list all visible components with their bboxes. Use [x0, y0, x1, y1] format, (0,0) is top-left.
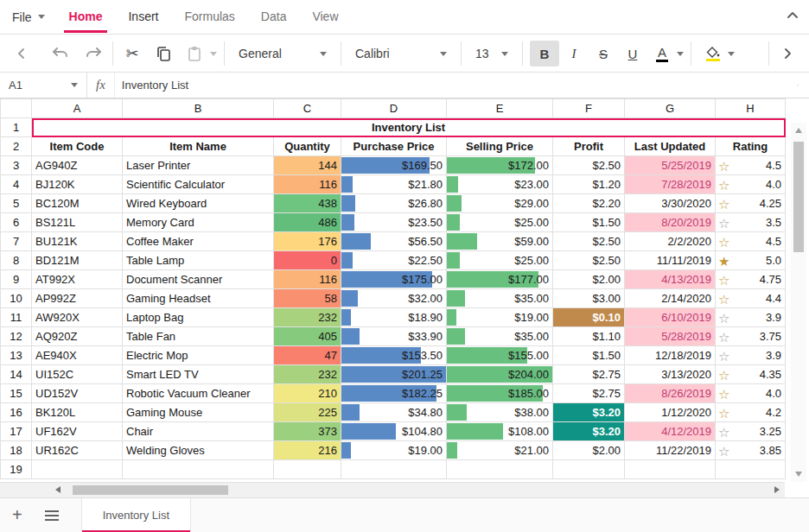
cell-selling-price[interactable]: $23.00	[447, 175, 553, 194]
select-all-corner[interactable]	[1, 99, 32, 118]
cell-profit[interactable]: $1.50	[553, 213, 625, 232]
cell-item-name[interactable]: Electric Mop	[123, 346, 274, 365]
collapse-ribbon-icon[interactable]	[787, 10, 799, 19]
cell-selling-price[interactable]: $38.00	[447, 403, 553, 422]
cell-rating[interactable]: ☆4.0	[716, 175, 786, 194]
font-family-dropdown[interactable]: Calibri	[348, 41, 454, 66]
cell-profit[interactable]: $3.00	[553, 289, 625, 308]
cell-item-code[interactable]: BJ120K	[32, 175, 123, 194]
cell-item-code[interactable]: UR162C	[32, 441, 123, 460]
paste-icon[interactable]	[182, 41, 207, 66]
cell-last-updated[interactable]: 5/25/2019	[625, 156, 716, 175]
cell-purchase-price[interactable]: $56.50	[341, 232, 447, 251]
cell-last-updated[interactable]: 3/13/2020	[625, 365, 716, 384]
cell-profit[interactable]: $2.50	[553, 156, 625, 175]
add-sheet-button[interactable]: +	[0, 505, 35, 525]
cell-last-updated[interactable]: 11/11/2019	[625, 251, 716, 270]
cell-column-title[interactable]: Profit	[553, 137, 625, 156]
cell-quantity[interactable]: 486	[274, 213, 341, 232]
cell-profit[interactable]: $2.75	[553, 365, 625, 384]
cell-item-name[interactable]: Welding Gloves	[123, 441, 274, 460]
cell-selling-price[interactable]: $19.00	[447, 308, 553, 327]
cell-last-updated[interactable]: 4/12/2019	[625, 422, 716, 441]
cell-item-code[interactable]: AW920X	[32, 308, 123, 327]
cell-last-updated[interactable]: 6/10/2019	[625, 308, 716, 327]
cell-purchase-price[interactable]: $22.50	[341, 251, 447, 270]
row-header[interactable]: 16	[1, 403, 32, 422]
cell-profit[interactable]: $2.75	[553, 384, 625, 403]
cell-column-title[interactable]: Item Name	[123, 137, 274, 156]
cell-last-updated[interactable]: 5/28/2019	[625, 327, 716, 346]
cell-purchase-price[interactable]: $18.90	[341, 308, 447, 327]
paste-dropdown-icon[interactable]	[210, 52, 217, 56]
empty-cell[interactable]	[341, 460, 447, 479]
cell-item-name[interactable]: Robotic Vacuum Cleaner	[123, 384, 274, 403]
cell-item-name[interactable]: Chair	[123, 422, 274, 441]
cell-purchase-price[interactable]: $19.00	[341, 441, 447, 460]
cell-quantity[interactable]: 116	[274, 270, 341, 289]
row-header[interactable]: 10	[1, 289, 32, 308]
cell-purchase-price[interactable]: $23.50	[341, 213, 447, 232]
cell-last-updated[interactable]: 2/2/2020	[625, 232, 716, 251]
horizontal-scroll-thumb[interactable]	[73, 485, 228, 495]
tab-insert[interactable]: Insert	[128, 0, 158, 35]
cell-profit[interactable]: $2.50	[553, 232, 625, 251]
cell-item-name[interactable]: Coffee Maker	[123, 232, 274, 251]
cell-rating[interactable]: ☆4.35	[716, 365, 786, 384]
cell-selling-price[interactable]: $177.00	[447, 270, 553, 289]
column-header-d[interactable]: D	[341, 99, 447, 118]
sheet-tab-inventory-list[interactable]: Inventory List	[81, 498, 191, 532]
cell-selling-price[interactable]: $155.00	[447, 346, 553, 365]
cell-selling-price[interactable]: $35.00	[447, 289, 553, 308]
cell-purchase-price[interactable]: $201.25	[341, 365, 447, 384]
cell-quantity[interactable]: 405	[274, 327, 341, 346]
cell-quantity[interactable]: 144	[274, 156, 341, 175]
cell-profit[interactable]: $1.10	[553, 327, 625, 346]
cell-purchase-price[interactable]: $169.50	[341, 156, 447, 175]
cell-selling-price[interactable]: $185.00	[447, 384, 553, 403]
cell-item-name[interactable]: Gaming Headset	[123, 289, 274, 308]
column-header-c[interactable]: C	[274, 99, 341, 118]
cell-quantity[interactable]: 232	[274, 365, 341, 384]
row-header[interactable]: 6	[1, 213, 32, 232]
cell-last-updated[interactable]: 1/12/2020	[625, 403, 716, 422]
number-format-dropdown[interactable]: General	[232, 41, 334, 66]
cell-quantity[interactable]: 232	[274, 308, 341, 327]
cell-column-title[interactable]: Rating	[716, 137, 786, 156]
row-header[interactable]: 15	[1, 384, 32, 403]
cell-item-code[interactable]: BK120L	[32, 403, 123, 422]
cell-rating[interactable]: ☆4.4	[716, 289, 786, 308]
cell-selling-price[interactable]: $172.00	[447, 156, 553, 175]
cell-rating[interactable]: ☆3.85	[716, 441, 786, 460]
cell-profit[interactable]: $3.20	[553, 422, 625, 441]
row-header[interactable]: 8	[1, 251, 32, 270]
row-header[interactable]: 9	[1, 270, 32, 289]
cell-selling-price[interactable]: $204.00	[447, 365, 553, 384]
cell-last-updated[interactable]: 3/30/2020	[625, 194, 716, 213]
cell-quantity[interactable]: 210	[274, 384, 341, 403]
row-header[interactable]: 14	[1, 365, 32, 384]
cell-profit[interactable]: $2.20	[553, 194, 625, 213]
tab-formulas[interactable]: Formulas	[184, 0, 234, 35]
row-header[interactable]: 7	[1, 232, 32, 251]
cell-last-updated[interactable]: 8/20/2019	[625, 213, 716, 232]
formula-input[interactable]: Inventory List	[114, 73, 797, 98]
name-box[interactable]: A1	[0, 73, 86, 98]
vertical-scroll-thumb[interactable]	[793, 142, 804, 252]
vertical-scrollbar[interactable]	[791, 123, 806, 482]
cell-profit[interactable]: $2.50	[553, 251, 625, 270]
empty-cell[interactable]	[447, 460, 553, 479]
row-header[interactable]: 18	[1, 441, 32, 460]
list-sheets-icon[interactable]	[35, 510, 69, 521]
tab-home[interactable]: Home	[69, 0, 103, 35]
scroll-down-icon[interactable]	[795, 472, 802, 477]
cell-column-title[interactable]: Purchase Price	[341, 137, 447, 156]
bold-button[interactable]: B	[530, 41, 559, 66]
cell-selling-price[interactable]: $25.00	[447, 213, 553, 232]
scroll-left-arrow-icon[interactable]	[55, 486, 61, 493]
empty-cell[interactable]	[274, 460, 341, 479]
row-header[interactable]: 11	[1, 308, 32, 327]
scroll-left-icon[interactable]	[9, 41, 33, 66]
underline-button[interactable]: U	[618, 41, 647, 66]
undo-icon[interactable]	[48, 41, 73, 66]
